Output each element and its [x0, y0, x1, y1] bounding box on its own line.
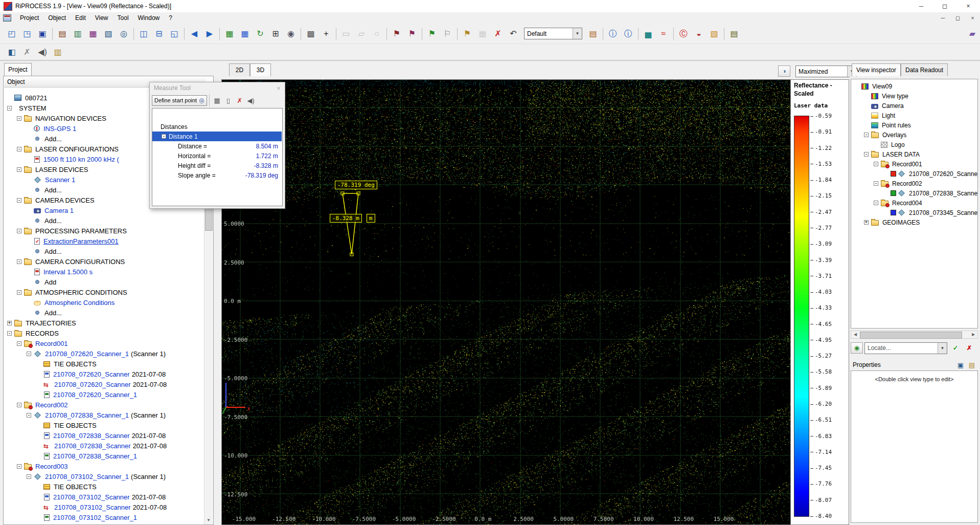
child-window-icon[interactable] [3, 14, 11, 21]
tree-item[interactable]: TIE OBJECTS [4, 359, 206, 369]
flag-set-button[interactable]: ⚑ [390, 27, 404, 41]
histogram-button[interactable]: ▅ [641, 27, 655, 41]
tree-item[interactable]: 210708_072838_Scanner2021-07-08 [4, 441, 206, 451]
delete-measurement-button[interactable]: ✗ [234, 95, 245, 106]
menu-edit[interactable]: Edit [71, 13, 90, 23]
tree-item[interactable]: -Record004 [851, 198, 977, 208]
flag-clear-button[interactable]: ⚐ [440, 27, 454, 41]
menu-window[interactable]: Window [133, 13, 165, 23]
tree-item[interactable]: -LASER DATA [851, 149, 977, 159]
tree-item[interactable]: -210708_072838_Scanner_1 (Scanner 1) [4, 410, 206, 420]
tree-item[interactable]: -Overlays [851, 130, 977, 140]
collapse-icon[interactable]: - [17, 167, 21, 172]
tile-vertical-button[interactable]: ⊟ [152, 27, 166, 41]
measure-dialog-titlebar[interactable]: Measure Tool × [150, 82, 285, 94]
color-correction-button[interactable]: Ⓒ [676, 27, 691, 41]
collapse-icon[interactable]: - [162, 134, 166, 139]
grid-tool-button[interactable]: ▦ [475, 27, 490, 41]
tab-view-inspector[interactable]: View inspector [852, 63, 901, 76]
copy-properties-button[interactable]: ▣ [955, 360, 966, 370]
pick-tool-button[interactable]: + [319, 27, 333, 41]
tree-item[interactable]: -ATMOSPHERIC CONDITIONS [4, 287, 206, 297]
select-polygon-button[interactable]: ▱ [354, 27, 369, 41]
tree-item[interactable]: 210708_072838_Scanner2021-07-08 [4, 430, 206, 441]
collapse-icon[interactable]: - [27, 352, 31, 356]
tree-item[interactable]: Add... [4, 308, 206, 318]
menu-object[interactable]: Object [43, 13, 71, 23]
collapse-icon[interactable]: - [874, 201, 878, 205]
measurement-row[interactable]: Distance =8.504 m [152, 141, 282, 151]
tree-item[interactable]: 210708_072620_Scanner_1 [4, 389, 206, 400]
notes-button[interactable]: ▤ [727, 27, 741, 41]
collapse-icon[interactable]: - [17, 147, 21, 151]
tab-project[interactable]: Project [4, 63, 32, 76]
locate-combo[interactable]: Locate... ▼ [864, 342, 947, 354]
gauge-button[interactable]: ◒ [692, 27, 706, 41]
tree-item[interactable]: +TRAJECTORIES [4, 318, 206, 328]
tree-item[interactable]: 210708_073102_Scanner2021-07-08 [4, 492, 206, 502]
tree-item[interactable]: TIE OBJECTS [4, 482, 206, 492]
menu-tool[interactable]: Tool [113, 13, 133, 23]
tree-item[interactable]: View09 [851, 81, 977, 91]
menu-view[interactable]: View [90, 13, 113, 23]
measurement-row[interactable]: Slope angle =-78.319 deg [152, 170, 282, 180]
tree-item[interactable]: 210708_072838_Scanner_1 [4, 451, 206, 461]
collapse-icon[interactable]: - [17, 229, 21, 233]
new-project-button[interactable]: ◰ [5, 27, 19, 41]
tree-item[interactable]: Add... [4, 246, 206, 256]
expand-icon[interactable]: + [7, 321, 12, 325]
tab-2d[interactable]: 2D [229, 63, 250, 76]
tree-item[interactable]: TIE OBJECTS [4, 420, 206, 430]
tree-item[interactable]: 210708_073102_Scanner2021-07-08 [4, 502, 206, 512]
child-minimize-button[interactable]: ─ [936, 12, 950, 24]
collapse-icon[interactable]: - [17, 116, 21, 121]
tree-item[interactable]: -Record003 [4, 461, 206, 471]
locate-cancel-button[interactable]: ✗ [963, 342, 975, 354]
child-close-button[interactable]: × [965, 12, 980, 24]
edit-view-settings-button[interactable]: ◧ [5, 45, 19, 59]
calculator-button[interactable]: ▦ [212, 95, 223, 106]
collapse-icon[interactable]: - [874, 162, 878, 166]
tree-item[interactable]: Add... [4, 215, 206, 226]
tab-3d[interactable]: 3D [250, 63, 271, 76]
inspector-h-scrollbar[interactable]: ◀ ▶ [851, 331, 978, 339]
minimize-button[interactable]: ─ [909, 0, 933, 12]
distances-group[interactable]: Distances [152, 122, 282, 132]
object-settings-button[interactable]: ▧ [101, 27, 116, 41]
undo-button[interactable]: ↶ [506, 27, 520, 41]
tree-item[interactable]: 210708_072620_Scanner2021-07-08 [4, 369, 206, 379]
eraser-button[interactable]: ▰ [965, 27, 979, 41]
delete-item-button[interactable]: ✗ [491, 27, 505, 41]
save-properties-button[interactable]: ▤ [966, 360, 977, 370]
collapse-icon[interactable]: - [7, 106, 12, 111]
cascade-windows-button[interactable]: ◱ [167, 27, 181, 41]
tree-item[interactable]: Point rules [851, 120, 977, 130]
refresh-view-button[interactable]: ↻ [253, 27, 267, 41]
tree-item[interactable]: 210708_072620_Scanne [851, 169, 977, 179]
project-folders-button[interactable]: ▥ [51, 45, 65, 59]
record-settings-button[interactable]: ▦ [86, 27, 100, 41]
collapse-icon[interactable]: - [17, 259, 21, 264]
tree-item[interactable]: -210708_072620_Scanner_1 (Scanner 1) [4, 348, 206, 359]
tree-item[interactable]: Logo [851, 140, 977, 149]
flag-add-button[interactable]: ⚑ [405, 27, 419, 41]
define-start-point-button[interactable]: Define start point ◎ [152, 95, 207, 106]
tree-item[interactable]: Camera [851, 101, 977, 111]
open-project-button[interactable]: ◳ [20, 27, 34, 41]
navigate-back-button[interactable]: ◀ [187, 27, 201, 41]
close-button[interactable]: × [956, 0, 980, 12]
tree-item[interactable]: Atmospheric Conditions [4, 297, 206, 308]
navigate-forward-button[interactable]: ▶ [202, 27, 217, 41]
tree-item[interactable]: -Record001 [4, 338, 206, 348]
tree-item[interactable]: +GEOIMAGES [851, 217, 977, 227]
menu-project[interactable]: Project [15, 13, 43, 23]
swatch-button[interactable]: ▧ [707, 27, 721, 41]
tree-item[interactable]: 210708_072620_Scanner2021-07-08 [4, 379, 206, 389]
collapse-icon[interactable]: - [17, 341, 21, 346]
collapse-icon[interactable]: - [7, 331, 12, 336]
tiepoint-tool-button[interactable]: ▩ [304, 27, 318, 41]
tree-item[interactable]: Add [4, 277, 206, 287]
collapse-icon[interactable]: - [17, 198, 21, 203]
save-project-button[interactable]: ▣ [35, 27, 50, 41]
scroll-right-icon[interactable]: ▶ [969, 331, 977, 338]
